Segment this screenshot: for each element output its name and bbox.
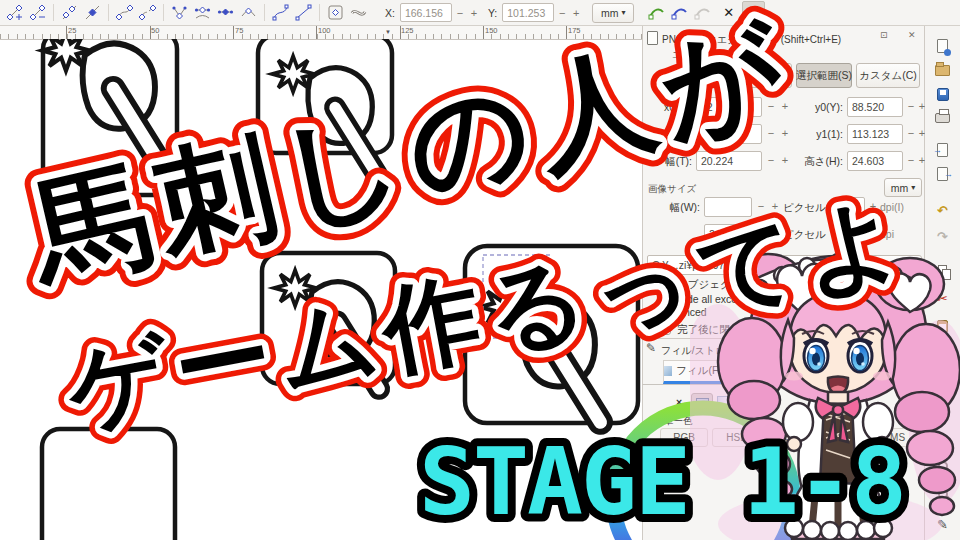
cut-button[interactable]: ✂ [929,286,956,310]
dpi-increment-button[interactable]: + [867,227,879,239]
corner-node-button[interactable] [169,2,190,23]
dpi-input[interactable] [835,197,865,217]
image-width-input[interactable] [704,197,752,217]
object-to-path-button[interactable] [325,2,346,23]
zoom-selection-button[interactable] [929,454,956,478]
zoom-drawing-button[interactable] [929,482,956,506]
filename-input[interactable] [647,255,843,275]
batch-export-label: オブジェクトをバッチで [677,278,795,292]
area-height-input[interactable] [847,151,903,171]
export-to-button[interactable]: エクスポート先(F)... [849,255,922,275]
y0-input[interactable] [847,97,903,117]
linear-gradient-button[interactable] [717,396,733,412]
area-width-increment-button[interactable]: + [779,154,791,166]
pixels-label: ピクセル、 [783,201,836,215]
y1-input[interactable] [847,124,903,144]
break-node-button[interactable] [59,2,80,23]
tab-hsv[interactable]: HSV [764,428,812,447]
shovel-icon [272,56,377,175]
x1-increment-button[interactable]: + [779,127,791,139]
export-unit-dropdown[interactable]: mm▾ [884,178,922,197]
x0-input[interactable] [696,97,762,117]
auto-smooth-node-button[interactable] [238,2,259,23]
paste-button[interactable] [929,314,956,338]
dpi-increment-button[interactable]: + [867,200,879,212]
y-decrement-button[interactable]: − [556,7,568,19]
x1-input[interactable] [696,124,762,144]
fill-stroke-dialog-title: フィル/ストローク(F) (Shift+Ctrl+F) [661,344,821,358]
advanced-expander-label[interactable]: Advanced [660,306,707,318]
dock-minimize-button[interactable]: ⊡ [880,30,888,40]
import-button[interactable] [929,138,956,162]
fill-stroke-shortcut-button[interactable]: ✎ [929,512,956,536]
tab-fill[interactable]: フィル(F) [663,360,723,384]
x0-decrement-button[interactable]: − [765,100,777,112]
x0-increment-button[interactable]: + [779,100,791,112]
tab-cms[interactable]: CMS [866,428,922,447]
duplicate-button[interactable] [929,258,956,282]
join-segment-button[interactable] [114,2,135,23]
y-coordinate-input[interactable] [502,3,554,22]
line-to-curve-button[interactable] [270,2,291,23]
drawing-canvas[interactable] [0,39,642,540]
edit-path-effect-button[interactable] [669,2,690,23]
delete-segment-button[interactable] [137,2,158,23]
ruler-tick-label: 50 [151,26,159,35]
dpi-input[interactable] [835,224,865,244]
print-button[interactable] [929,106,956,130]
stroke-to-path-button[interactable] [348,2,369,23]
unit-dropdown[interactable]: mm▾ [592,3,634,23]
next-path-effect-button[interactable] [646,2,667,23]
undo-button[interactable]: ↶ [929,198,956,222]
advanced-expander-icon[interactable]: ▶ [648,308,653,316]
hide-except-selected-checkbox[interactable] [658,292,671,305]
curve-to-line-button[interactable] [293,2,314,23]
smooth-node-button[interactable] [192,2,213,23]
png-export-icon [647,31,658,45]
image-width-increment-button[interactable]: + [769,200,781,212]
symmetric-node-button[interactable] [215,2,236,23]
show-transform-handles-icon[interactable]: ✕ [723,5,734,20]
horizontal-ruler[interactable]: 25 50 75 100 125 150 175 ▼ [0,26,642,40]
x-increment-button[interactable]: + [468,7,480,19]
export-area-custom-button[interactable]: カスタム(C) [856,63,920,88]
x1-decrement-button[interactable]: − [765,127,777,139]
image-height-input[interactable] [704,224,752,244]
tab-stroke[interactable]: ストローク [745,360,837,384]
y1-label: y1(1): [797,128,843,140]
radial-gradient-button[interactable] [739,396,755,412]
fill-none-button[interactable]: × [676,396,682,408]
x-coordinate-input[interactable] [400,3,452,22]
delete-node-button[interactable] [27,2,48,23]
batch-export-checkbox[interactable] [658,277,671,290]
rounded-square-tile [42,429,175,540]
show-bezier-handles-toggle[interactable] [742,1,765,24]
export-button[interactable] [929,162,956,186]
open-document-button[interactable] [929,58,956,82]
area-width-decrement-button[interactable]: − [765,154,777,166]
join-node-button[interactable] [82,2,103,23]
export-area-selection-button[interactable]: 選択範囲(S) [796,63,852,88]
tab-hsl[interactable]: HSL [712,428,760,447]
tab-bar-border [642,384,925,385]
pixels-label: ピクセル [783,228,826,242]
new-document-button[interactable] [929,34,956,58]
redo-button[interactable]: ↷ [929,224,956,248]
save-document-button[interactable] [929,82,956,106]
y0-label: y0(Y): [797,101,843,113]
image-height-decrement-button[interactable]: − [755,227,767,239]
tab-rgb[interactable]: RGB [660,428,708,447]
export-area-drawing-button[interactable]: 全体(D) [735,63,792,88]
stroke-swatch-icon [749,367,759,377]
insert-node-button[interactable] [4,2,25,23]
dock-close-button[interactable]: ✕ [908,30,916,40]
y-increment-button[interactable]: + [570,7,582,19]
inkscape-window: X: − + Y: − + mm▾ ✕ 25 50 75 100 125 150… [0,0,960,540]
image-height-increment-button[interactable]: + [769,227,781,239]
x-decrement-button[interactable]: − [454,7,466,19]
flat-color-button[interactable] [691,393,713,415]
close-after-export-checkbox[interactable] [658,322,671,335]
image-width-decrement-button[interactable]: − [755,200,767,212]
edit-clip-path-button[interactable] [692,2,713,23]
area-width-input[interactable] [696,151,762,171]
